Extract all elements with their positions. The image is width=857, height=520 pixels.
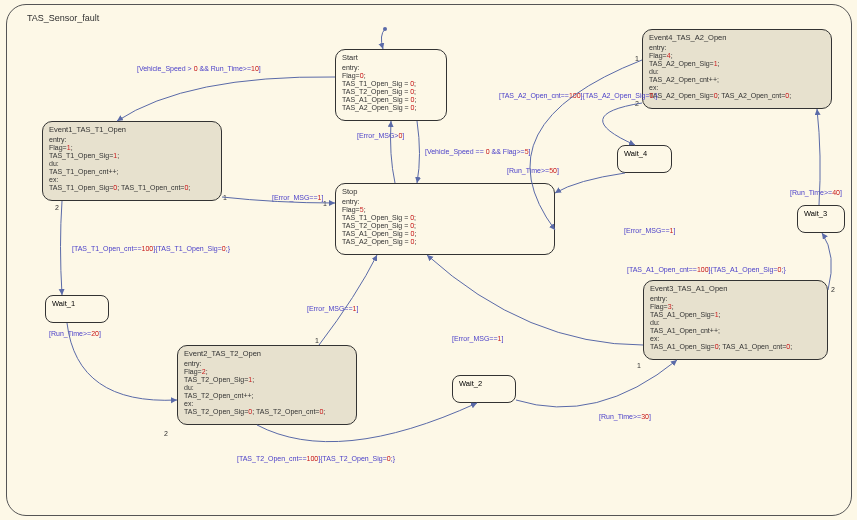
state-line: entry: bbox=[342, 198, 548, 206]
trans-ev3-wait3: [TAS_A1_Open_cnt==100]{TAS_A1_Open_Sig=0… bbox=[627, 266, 786, 273]
state-line: du: bbox=[184, 384, 350, 392]
state-event1[interactable]: Event1_TAS_T1_Open entry: Flag=1; TAS_T1… bbox=[42, 121, 222, 201]
state-line: Flag=4; bbox=[649, 52, 825, 60]
trans-start-ev1: [Vehicle_Speed > 0 && Run_Time>=10] bbox=[137, 65, 261, 72]
trans-ev4-wait4: [TAS_A2_Open_cnt==100]{TAS_A2_Open_Sig=0… bbox=[499, 92, 658, 99]
state-line: entry: bbox=[49, 136, 215, 144]
state-event2-name: Event2_TAS_T2_Open bbox=[184, 350, 350, 359]
state-line: TAS_A2_Open_cnt++; bbox=[649, 76, 825, 84]
state-line: entry: bbox=[650, 295, 821, 303]
statechart-root: TAS_Sensor_fault Start entry: Flag=0; TA… bbox=[6, 4, 852, 516]
state-line: du: bbox=[49, 160, 215, 168]
state-line: TAS_A2_Open_Sig=0; TAS_A2_Open_cnt=0; bbox=[649, 92, 825, 100]
state-line: TAS_T1_Open_Sig = 0; bbox=[342, 80, 440, 88]
trans-ev2-wait2: [TAS_T2_Open_cnt==100]{TAS_T2_Open_Sig=0… bbox=[237, 455, 395, 462]
trans-wait2-ev3: [Run_Time>=30] bbox=[599, 413, 651, 420]
trans-ev1-wait1: [TAS_T1_Open_cnt==100]{TAS_T1_Open_Sig=0… bbox=[72, 245, 230, 252]
state-line: TAS_A2_Open_Sig=1; bbox=[649, 60, 825, 68]
state-stop-name: Stop bbox=[342, 188, 548, 197]
state-line: ex: bbox=[49, 176, 215, 184]
priority: 2 bbox=[635, 100, 639, 107]
state-line: TAS_A1_Open_Sig = 0; bbox=[342, 96, 440, 104]
trans-ev1-stop: [Error_MSG==1] bbox=[272, 194, 323, 201]
state-event4[interactable]: Event4_TAS_A2_Open entry: Flag=4; TAS_A2… bbox=[642, 29, 832, 109]
state-line: TAS_T2_Open_Sig=0; TAS_T2_Open_cnt=0; bbox=[184, 408, 350, 416]
state-line: Flag=1; bbox=[49, 144, 215, 152]
state-wait3[interactable]: Wait_3 bbox=[797, 205, 845, 233]
state-start[interactable]: Start entry: Flag=0; TAS_T1_Open_Sig = 0… bbox=[335, 49, 447, 121]
trans-start-stop: [Vehicle_Speed == 0 && Flag>=5] bbox=[425, 148, 531, 155]
state-line: TAS_A1_Open_cnt++; bbox=[650, 327, 821, 335]
priority: 2 bbox=[164, 430, 168, 437]
state-line: Flag=3; bbox=[650, 303, 821, 311]
state-line: entry: bbox=[342, 64, 440, 72]
state-line: TAS_T2_Open_Sig=1; bbox=[184, 376, 350, 384]
state-line: TAS_A2_Open_Sig = 0; bbox=[342, 238, 548, 246]
trans-ev4-stop: [Error_MSG==1] bbox=[624, 227, 675, 234]
state-line: TAS_T1_Open_cnt++; bbox=[49, 168, 215, 176]
priority: 1 bbox=[223, 194, 227, 201]
state-line: TAS_T1_Open_Sig=1; bbox=[49, 152, 215, 160]
state-line: TAS_T1_Open_Sig=0; TAS_T1_Open_cnt=0; bbox=[49, 184, 215, 192]
state-line: ex: bbox=[649, 84, 825, 92]
state-wait1[interactable]: Wait_1 bbox=[45, 295, 109, 323]
chart-title: TAS_Sensor_fault bbox=[27, 13, 99, 23]
trans-wait3-ev4: [Run_Time>=40] bbox=[790, 189, 842, 196]
state-line: TAS_A2_Open_Sig = 0; bbox=[342, 104, 440, 112]
state-line: entry: bbox=[649, 44, 825, 52]
state-stop[interactable]: Stop entry: Flag=5; TAS_T1_Open_Sig = 0;… bbox=[335, 183, 555, 255]
state-wait2[interactable]: Wait_2 bbox=[452, 375, 516, 403]
state-line: entry: bbox=[184, 360, 350, 368]
trans-wait4-stop: [Run_Time>=50] bbox=[507, 167, 559, 174]
state-event1-name: Event1_TAS_T1_Open bbox=[49, 126, 215, 135]
state-event2[interactable]: Event2_TAS_T2_Open entry: Flag=2; TAS_T2… bbox=[177, 345, 357, 425]
state-wait4[interactable]: Wait_4 bbox=[617, 145, 672, 173]
state-event4-name: Event4_TAS_A2_Open bbox=[649, 34, 825, 43]
state-line: du: bbox=[649, 68, 825, 76]
state-start-name: Start bbox=[342, 54, 440, 63]
state-line: TAS_A1_Open_Sig=1; bbox=[650, 311, 821, 319]
state-line: Flag=0; bbox=[342, 72, 440, 80]
priority: 1 bbox=[323, 200, 327, 207]
trans-ev2-stop: [Error_MSG==1] bbox=[307, 305, 358, 312]
svg-point-0 bbox=[383, 27, 387, 31]
state-line: TAS_T2_Open_Sig = 0; bbox=[342, 88, 440, 96]
state-line: TAS_A1_Open_Sig=0; TAS_A1_Open_cnt=0; bbox=[650, 343, 821, 351]
state-line: TAS_T2_Open_cnt++; bbox=[184, 392, 350, 400]
state-line: TAS_T2_Open_Sig = 0; bbox=[342, 222, 548, 230]
trans-ev3-stop: [Error_MSG==1] bbox=[452, 335, 503, 342]
priority: 2 bbox=[55, 204, 59, 211]
priority: 1 bbox=[635, 55, 639, 62]
state-line: TAS_T1_Open_Sig = 0; bbox=[342, 214, 548, 222]
trans-wait1-ev2: [Run_Time>=20] bbox=[49, 330, 101, 337]
state-line: ex: bbox=[650, 335, 821, 343]
state-event3-name: Event3_TAS_A1_Open bbox=[650, 285, 821, 294]
priority: 1 bbox=[315, 337, 319, 344]
state-line: TAS_A1_Open_Sig = 0; bbox=[342, 230, 548, 238]
priority: 2 bbox=[831, 286, 835, 293]
trans-stop-start: [Error_MSG>0] bbox=[357, 132, 404, 139]
state-event3[interactable]: Event3_TAS_A1_Open entry: Flag=3; TAS_A1… bbox=[643, 280, 828, 360]
state-line: ex: bbox=[184, 400, 350, 408]
state-line: Flag=5; bbox=[342, 206, 548, 214]
state-line: Flag=2; bbox=[184, 368, 350, 376]
state-line: du: bbox=[650, 319, 821, 327]
priority: 1 bbox=[637, 362, 641, 369]
